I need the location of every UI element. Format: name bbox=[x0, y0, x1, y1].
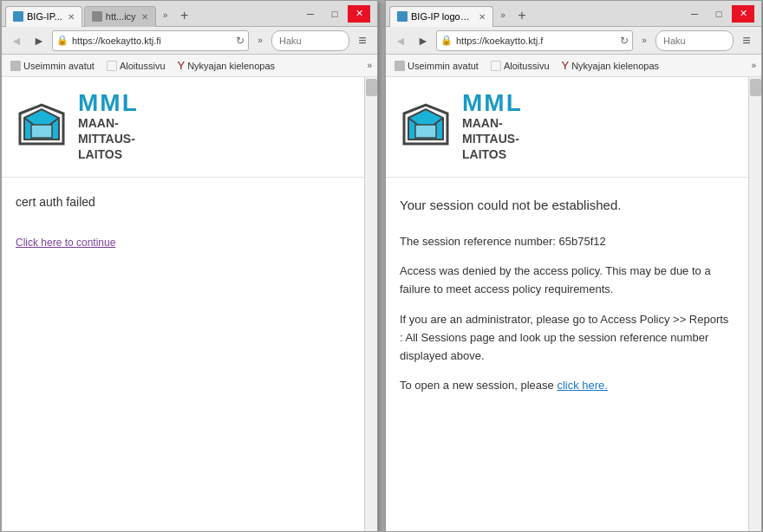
bookmark-favicon-1 bbox=[10, 61, 21, 71]
close-button-2[interactable]: ✕ bbox=[732, 5, 754, 23]
bookmark-kielenopas-2[interactable]: Y Nykyajan kielenopas bbox=[558, 57, 663, 74]
address-bar-1[interactable]: 🔒 ↻ bbox=[52, 30, 249, 51]
forward-button-2[interactable]: ► bbox=[414, 31, 433, 50]
tab-title-3: BIG-IP logout page bbox=[411, 11, 473, 22]
forward-button-1[interactable]: ► bbox=[29, 31, 49, 50]
tab-title-1: BIG-IP... bbox=[27, 11, 62, 22]
tab-favicon-3 bbox=[397, 11, 408, 22]
logo-section-1: MML MAAN- MITTAUS- LAITOS bbox=[2, 77, 364, 178]
mml-text-2: MML MAAN- MITTAUS- LAITOS bbox=[462, 91, 523, 163]
nav-overflow-1[interactable]: » bbox=[252, 31, 268, 50]
scrollbar-2[interactable] bbox=[748, 77, 761, 531]
new-session-link[interactable]: click here. bbox=[557, 379, 608, 392]
new-tab-button-2[interactable]: + bbox=[512, 6, 531, 25]
error-title-1: cert auth failed bbox=[16, 195, 350, 209]
mml-full-1: MAAN- MITTAUS- LAITOS bbox=[78, 115, 139, 163]
nav-bar-2: ◄ ► 🔒 ↻ » ≡ bbox=[386, 27, 761, 55]
access-denied-text: Access was denied by the access policy. … bbox=[400, 263, 734, 299]
tab-overflow-1[interactable]: » bbox=[158, 6, 173, 25]
session-ref-line: The session reference number: 65b75f12 bbox=[400, 233, 734, 251]
tab-htt[interactable]: htt...icy ✕ bbox=[84, 6, 156, 27]
bookmark-favicon-4 bbox=[395, 61, 405, 71]
session-heading: Your session could not be established. bbox=[400, 195, 734, 216]
new-session-text: To open a new session, please click here… bbox=[400, 377, 734, 395]
scroll-thumb-2[interactable] bbox=[750, 79, 761, 96]
window-controls-1: ─ □ ✕ bbox=[299, 5, 374, 23]
bookmark-label-5: Aloitussivu bbox=[504, 61, 550, 71]
back-button-1[interactable]: ◄ bbox=[7, 31, 26, 50]
close-button-1[interactable]: ✕ bbox=[348, 5, 370, 23]
minimize-button-1[interactable]: ─ bbox=[299, 5, 322, 23]
session-ref-label: The session reference number: bbox=[400, 235, 559, 248]
nav-overflow-2[interactable]: » bbox=[636, 31, 652, 50]
browser-window-1: BIG-IP... ✕ htt...icy ✕ » + ─ □ ✕ ◄ ► bbox=[1, 0, 378, 532]
menu-button-1[interactable]: ≡ bbox=[353, 31, 372, 50]
search-bar-1[interactable] bbox=[271, 30, 349, 51]
tab-bigip[interactable]: BIG-IP... ✕ bbox=[5, 6, 82, 27]
content-area-1: cert auth failed Click here to continue bbox=[2, 178, 364, 531]
page-content-1: MML MAAN- MITTAUS- LAITOS cert auth fail… bbox=[2, 77, 364, 531]
session-ref-value: 65b75f12 bbox=[559, 235, 606, 248]
tab-close-1[interactable]: ✕ bbox=[68, 12, 75, 22]
mml-full-2: MAAN- MITTAUS- LAITOS bbox=[462, 115, 523, 163]
bookmarks-bar-1: Useimmin avatut Aloitussivu Y Nykyajan k… bbox=[2, 55, 377, 77]
new-tab-button-1[interactable]: + bbox=[175, 6, 194, 25]
mml-abbr-1: MML bbox=[78, 91, 139, 115]
bookmark-kielenopas[interactable]: Y Nykyajan kielenopas bbox=[174, 57, 279, 74]
bookmark-label-4: Useimmin avatut bbox=[408, 61, 479, 71]
tab-favicon-1 bbox=[13, 11, 23, 22]
scroll-thumb-1[interactable] bbox=[366, 79, 377, 96]
refresh-icon-1[interactable]: ↻ bbox=[236, 35, 245, 47]
page-area-2: MML MAAN- MITTAUS- LAITOS Your session c… bbox=[386, 77, 761, 531]
back-button-2[interactable]: ◄ bbox=[391, 31, 410, 50]
tab-close-3[interactable]: ✕ bbox=[479, 12, 486, 22]
refresh-icon-2[interactable]: ↻ bbox=[620, 35, 629, 47]
bookmarks-overflow-2[interactable]: » bbox=[751, 61, 756, 70]
bookmark-useimmin-2[interactable]: Useimmin avatut bbox=[391, 59, 482, 73]
bookmark-favicon-2 bbox=[107, 61, 117, 71]
logo-section-2: MML MAAN- MITTAUS- LAITOS bbox=[386, 77, 748, 178]
minimize-button-2[interactable]: ─ bbox=[683, 5, 706, 23]
address-bar-2[interactable]: 🔒 ↻ bbox=[436, 30, 633, 51]
nav-bar-1: ◄ ► 🔒 ↻ » ≡ bbox=[2, 27, 377, 55]
tab-logout[interactable]: BIG-IP logout page ✕ bbox=[389, 6, 493, 27]
maximize-button-2[interactable]: □ bbox=[708, 5, 730, 23]
tabs-bar-1: BIG-IP... ✕ htt...icy ✕ » + bbox=[5, 1, 297, 27]
tabs-bar-2: BIG-IP logout page ✕ » + bbox=[389, 1, 681, 27]
mml-text-1: MML MAAN- MITTAUS- LAITOS bbox=[78, 91, 139, 163]
title-bar-2: BIG-IP logout page ✕ » + ─ □ ✕ bbox=[386, 1, 761, 27]
lock-icon-2: 🔒 bbox=[440, 35, 453, 46]
bookmark-label-1: Useimmin avatut bbox=[23, 61, 95, 71]
maximize-button-1[interactable]: □ bbox=[323, 5, 346, 23]
mml-abbr-2: MML bbox=[462, 91, 523, 115]
continue-link-1[interactable]: Click here to continue bbox=[16, 237, 115, 249]
new-session-prefix: To open a new session, please bbox=[400, 379, 557, 392]
search-input-1[interactable] bbox=[279, 36, 331, 46]
tab-overflow-2[interactable]: » bbox=[495, 6, 511, 25]
mml-logo-svg-1 bbox=[16, 101, 68, 152]
bookmark-label-3: Nykyajan kielenopas bbox=[187, 61, 275, 71]
search-bar-2[interactable] bbox=[655, 30, 734, 51]
scrollbar-1[interactable] bbox=[364, 77, 377, 531]
tab-close-2[interactable]: ✕ bbox=[141, 12, 148, 22]
yahoo-icon-2: Y bbox=[562, 59, 570, 72]
page-area-1: MML MAAN- MITTAUS- LAITOS cert auth fail… bbox=[2, 77, 377, 531]
bookmarks-overflow-1[interactable]: » bbox=[367, 61, 372, 70]
admin-text: If you are an administrator, please go t… bbox=[400, 311, 734, 365]
svg-rect-4 bbox=[31, 125, 52, 138]
bookmarks-bar-2: Useimmin avatut Aloitussivu Y Nykyajan k… bbox=[386, 55, 761, 77]
lock-icon-1: 🔒 bbox=[56, 35, 68, 46]
bookmark-aloitussivu-2[interactable]: Aloitussivu bbox=[487, 59, 553, 73]
browser-window-2: BIG-IP logout page ✕ » + ─ □ ✕ ◄ ► 🔒 ↻ » bbox=[385, 0, 762, 532]
menu-button-2[interactable]: ≡ bbox=[737, 31, 756, 50]
bookmark-aloitussivu[interactable]: Aloitussivu bbox=[103, 59, 169, 73]
yahoo-icon: Y bbox=[178, 59, 186, 72]
tab-favicon-2 bbox=[92, 11, 102, 22]
search-input-2[interactable] bbox=[663, 36, 715, 46]
window-controls-2: ─ □ ✕ bbox=[683, 5, 758, 23]
address-input-1[interactable] bbox=[72, 36, 232, 46]
tab-title-2: htt...icy bbox=[106, 11, 136, 22]
address-input-2[interactable] bbox=[456, 36, 616, 46]
bookmark-useimmin[interactable]: Useimmin avatut bbox=[7, 59, 98, 73]
bookmark-label-2: Aloitussivu bbox=[120, 61, 166, 71]
